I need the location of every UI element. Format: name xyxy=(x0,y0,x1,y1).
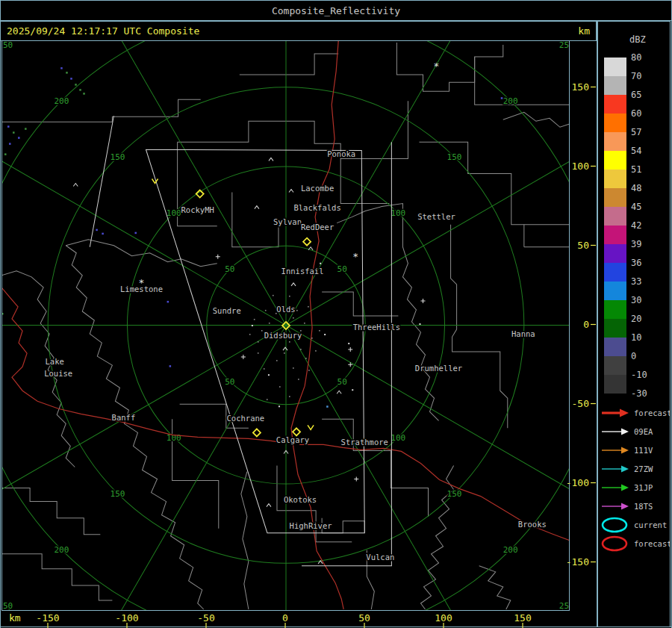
town-dot xyxy=(324,334,326,335)
echo-speckle xyxy=(70,78,72,80)
legend-ellipse xyxy=(603,537,626,550)
ring-distance-label: 150 xyxy=(447,152,462,162)
clutter-dot xyxy=(284,352,285,354)
right-axis-tick-label: -50 xyxy=(572,398,589,409)
radar-site-diamond-marker xyxy=(293,428,300,435)
title-bar: Composite_Reflectivity xyxy=(0,0,672,21)
bottom-axis-tick-label: -150 xyxy=(36,612,59,624)
town-plus-marker xyxy=(420,299,425,303)
city-label-brooks: Brooks xyxy=(518,520,547,529)
bottom-axis-unit-label: km xyxy=(9,612,21,624)
legend-label: 18TS xyxy=(634,502,653,511)
city-label-stettler: Stettler xyxy=(417,212,455,221)
colorbar-block xyxy=(604,226,626,244)
echo-speckle xyxy=(134,232,137,234)
city-label-reddeer: RedDeer xyxy=(301,223,334,231)
radar-site-diamond-marker xyxy=(253,429,261,436)
echo-speckle xyxy=(169,365,172,367)
city-label-vulcan: Vulcan xyxy=(366,553,394,562)
town-dot xyxy=(419,323,420,325)
colorbar-value-label: 70 xyxy=(631,71,641,81)
clutter-dot xyxy=(254,319,255,320)
bottom-axis-tick-label: 50 xyxy=(358,612,370,624)
colorbar-block xyxy=(604,188,626,207)
city-label-hanna: Hanna xyxy=(511,329,535,338)
echo-speckle xyxy=(83,93,85,95)
town-caret-marker xyxy=(73,184,78,187)
legend-label: 31JP xyxy=(634,483,653,492)
city-label-limestone: Limestone xyxy=(120,285,163,293)
city-label-okotoks: Okotoks xyxy=(284,495,317,504)
city-label-lake: Lake xyxy=(46,357,64,366)
clutter-dot xyxy=(289,396,290,397)
town-dot xyxy=(252,325,253,326)
clutter-dot xyxy=(293,367,294,369)
colorbar-value-label: 10 xyxy=(631,332,641,343)
town-dot xyxy=(279,405,280,407)
town-plus-marker xyxy=(348,347,352,352)
city-label-blackfalds: Blackfalds xyxy=(293,203,340,212)
clutter-dot xyxy=(258,352,259,354)
radar-app-window: Composite_Reflectivity 2025/09/24 12:17:… xyxy=(0,0,672,628)
boundary-line xyxy=(340,158,389,203)
city-label-lacombe: Lacombe xyxy=(301,184,334,193)
city-label-banff: Banff xyxy=(112,413,136,422)
city-label-strathmore: Strathmore xyxy=(341,438,388,447)
radar-map: 5050505010010010010015015015015020020020… xyxy=(1,40,570,611)
echo-speckle xyxy=(7,125,10,128)
echo-speckle xyxy=(25,128,27,130)
town-caret-marker xyxy=(269,158,273,161)
clutter-dot xyxy=(279,386,281,388)
clutter-dot xyxy=(273,295,274,296)
frame-bottom xyxy=(0,627,672,627)
town-caret-marker xyxy=(255,206,259,209)
colorbar-block xyxy=(604,57,626,76)
radar-sector-outline xyxy=(90,116,113,246)
city-label-olds: Olds xyxy=(276,305,295,314)
radar-site-diamond-marker xyxy=(303,238,311,246)
clutter-dot xyxy=(304,323,305,324)
echo-speckle xyxy=(60,67,63,69)
colorbar-value-label: 45 xyxy=(631,202,641,212)
bottom-axis-tick-label: -50 xyxy=(197,612,214,624)
town-caret-marker xyxy=(337,391,341,394)
echo-speckle xyxy=(66,72,68,74)
legend-label: forecast xyxy=(634,408,670,417)
boundary-line xyxy=(337,204,438,421)
boundary-line xyxy=(240,54,338,75)
town-plus-marker xyxy=(241,355,246,359)
clutter-dot xyxy=(267,399,268,400)
bottom-axis-tick-label: 150 xyxy=(514,612,531,624)
colorbar-value-label: 60 xyxy=(631,108,641,119)
legend-arrow-head xyxy=(620,409,629,417)
legend-arrow-head xyxy=(621,503,629,510)
clutter-dot xyxy=(265,310,267,311)
legend-label: 09EA xyxy=(634,427,653,436)
colorbar-block xyxy=(604,300,626,319)
echo-speckle xyxy=(4,153,7,155)
echo-speckle xyxy=(102,233,104,235)
colorbar-value-label: 36 xyxy=(631,258,641,268)
boundary-line xyxy=(396,43,503,91)
echo-speckle xyxy=(96,229,98,231)
city-label-rockymh: RockyMH xyxy=(181,205,214,214)
clutter-dot xyxy=(289,341,290,343)
city-label-sylvan: Sylvan xyxy=(273,217,302,226)
city-label-calgary: Calgary xyxy=(276,435,309,444)
echo-speckle xyxy=(1,313,4,315)
boundary-line xyxy=(1,488,100,535)
right-axis-tick-label: 50 xyxy=(577,240,589,251)
colorbar-value-label: 80 xyxy=(631,52,641,63)
clutter-dot xyxy=(311,338,313,339)
bottom-axis-tick-label: -100 xyxy=(115,612,138,624)
ring-distance-label: 200 xyxy=(54,96,69,106)
ring-distance-label: 150 xyxy=(111,489,125,499)
city-label-ponoka: Ponoka xyxy=(327,149,355,158)
boundary-line xyxy=(322,292,398,316)
boundary-line xyxy=(503,112,569,127)
town-caret-marker xyxy=(289,190,293,193)
colorbar-block xyxy=(604,282,626,300)
right-axis-unit-label: km xyxy=(578,25,590,37)
ring-distance-label: 250 xyxy=(1,601,13,611)
colorbar-value-label: 39 xyxy=(631,239,641,249)
